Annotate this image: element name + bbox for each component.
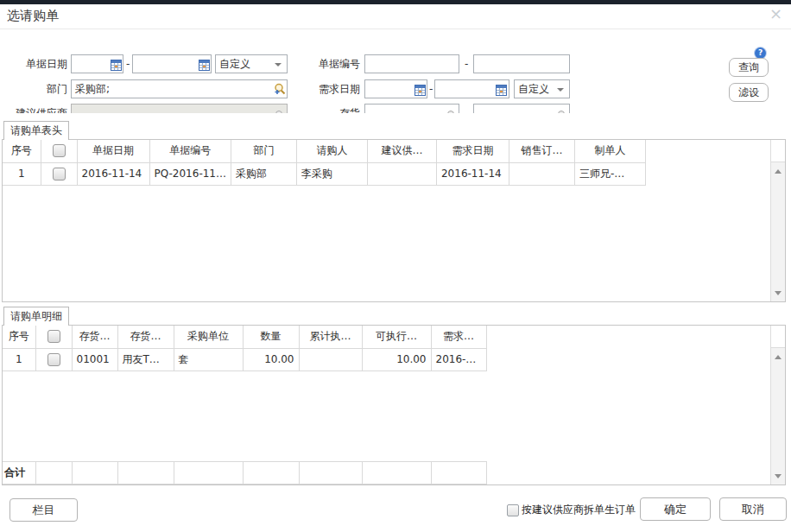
table-row[interactable]: 1 01001 用友T… 套 10.00 10.00 2016-… [3, 348, 486, 370]
ok-button[interactable]: 确定 [640, 497, 711, 521]
cell-select[interactable] [35, 348, 72, 370]
tab-requisition-detail[interactable]: 请购单明细 [3, 307, 69, 326]
total-cell [362, 462, 431, 484]
col-req-date: 需求… [431, 326, 486, 348]
row-checkbox[interactable] [53, 168, 66, 180]
suggested-supplier-input[interactable] [71, 104, 288, 113]
top-dark-strip [0, 0, 791, 4]
dept-label: 部门 [16, 79, 67, 98]
col-executable: 可执行… [362, 326, 431, 348]
total-cell [72, 462, 117, 484]
col-no: 序号 [3, 326, 35, 348]
header-table-scrollbar[interactable] [770, 162, 785, 301]
magnifier-gray-icon[interactable] [275, 107, 285, 113]
select-all-checkbox[interactable] [47, 330, 60, 343]
calendar-icon[interactable] [199, 58, 210, 74]
inventory-to-input[interactable] [473, 104, 570, 113]
scroll-down-arrow[interactable] [771, 288, 785, 298]
cell-no[interactable]: 1 [3, 162, 41, 185]
header-row: 序号 存货… 存货… 采购单位 数量 累计执… 可执行… 需求… [3, 326, 486, 348]
col-suggested-supplier: 建议供… [367, 140, 436, 162]
magnifier-gray-icon[interactable] [446, 107, 457, 113]
calendar-icon[interactable] [414, 83, 426, 99]
requisition-detail-table: 序号 存货… 存货… 采购单位 数量 累计执… 可执行… 需求… 1 01001… [2, 325, 786, 485]
cell-purchase-unit[interactable]: 套 [174, 348, 243, 370]
total-row: 合计 [3, 461, 487, 484]
inventory-label: 存货 [308, 104, 360, 113]
split-by-supplier-label: 按建议供应商拆单生订单 [522, 502, 636, 517]
select-all-checkbox[interactable] [53, 144, 66, 157]
req-date-mode-select[interactable]: 自定义 [514, 79, 570, 98]
col-doc-date: 单据日期 [77, 140, 149, 162]
doc-date-mode-value: 自定义 [219, 58, 250, 70]
calendar-icon[interactable] [496, 83, 507, 99]
doc-no-label: 单据编号 [308, 54, 360, 73]
col-requester: 请购人 [296, 140, 367, 162]
total-cell [431, 462, 486, 484]
dialog-title: 选请购单 [7, 8, 59, 24]
chevron-down-icon[interactable] [275, 63, 282, 66]
cell-inv-name[interactable]: 用友T… [117, 348, 174, 370]
cell-cum-exec[interactable] [299, 348, 362, 370]
scroll-down-arrow[interactable] [771, 471, 785, 481]
calendar-icon[interactable] [111, 58, 122, 74]
cell-inv-code[interactable]: 01001 [72, 348, 117, 370]
cell-executable[interactable]: 10.00 [362, 348, 431, 370]
close-icon[interactable]: × [769, 5, 782, 22]
inventory-from-input[interactable] [364, 104, 459, 113]
col-cum-exec: 累计执… [299, 326, 362, 348]
col-req-date: 需求日期 [436, 140, 509, 162]
cell-doc-date[interactable]: 2016-11-14 [77, 162, 149, 185]
col-dept: 部门 [231, 140, 296, 162]
scroll-up-arrow[interactable] [771, 352, 785, 362]
tab-requisition-header[interactable]: 请购单表头 [3, 121, 69, 140]
select-requisition-dialog: 选请购单 × 单据日期 - 自定义 单据编号 - 部门 采购部; 需求日期 [0, 0, 791, 532]
cell-no[interactable]: 1 [3, 348, 35, 370]
col-select[interactable] [35, 326, 72, 348]
row-checkbox[interactable] [47, 353, 60, 366]
cell-requester[interactable]: 李采购 [296, 162, 367, 185]
dept-input[interactable]: 采购部; [71, 79, 288, 98]
cell-dept[interactable]: 采购部 [231, 162, 296, 185]
filter-settings-button[interactable]: 滤设 [729, 83, 769, 102]
req-date-mode-value: 自定义 [518, 83, 549, 95]
scroll-up-arrow[interactable] [771, 166, 785, 176]
header-row: 序号 单据日期 单据编号 部门 请购人 建议供… 需求日期 销售订… 制单人 [3, 140, 645, 162]
title-separator [0, 28, 791, 29]
col-inv-name: 存货… [117, 326, 174, 348]
cell-select[interactable] [41, 162, 77, 185]
col-doc-no: 单据编号 [149, 140, 231, 162]
doc-date-mode-select[interactable]: 自定义 [215, 54, 288, 73]
range-dash: - [126, 54, 130, 73]
doc-no-from-combo[interactable] [364, 54, 459, 73]
cell-suggested-supplier[interactable] [367, 162, 436, 185]
table-row[interactable]: 1 2016-11-14 PQ-2016-11… 采购部 李采购 2016-11… [3, 162, 645, 185]
cell-req-date[interactable]: 2016-11-14 [436, 162, 509, 185]
col-inv-code: 存货… [72, 326, 117, 348]
total-cell [174, 462, 243, 484]
query-button[interactable]: 查询 [729, 58, 769, 77]
scrollbar-header-spacer [770, 326, 785, 348]
range-dash: - [429, 79, 433, 98]
doc-date-label: 单据日期 [16, 54, 67, 73]
cell-req-date[interactable]: 2016-… [431, 348, 486, 370]
cell-doc-no[interactable]: PQ-2016-11… [149, 162, 231, 185]
cell-qty[interactable]: 10.00 [243, 348, 299, 370]
columns-button[interactable]: 栏目 [9, 498, 78, 522]
cell-creator[interactable]: 三师兄-… [574, 162, 645, 185]
suggested-supplier-label: 建议供应商 [7, 104, 67, 113]
magnifier-gray-icon[interactable] [557, 107, 567, 113]
chevron-down-icon[interactable] [557, 88, 564, 92]
split-by-supplier-checkbox[interactable] [507, 504, 519, 516]
range-dash: - [465, 54, 468, 73]
detail-table-scrollbar[interactable] [770, 348, 785, 484]
col-no: 序号 [3, 140, 41, 162]
cell-sales-order[interactable] [509, 162, 574, 185]
col-purchase-unit: 采购单位 [174, 326, 243, 348]
cancel-button[interactable]: 取消 [719, 497, 787, 521]
col-select[interactable] [41, 140, 77, 162]
magnifier-plus-icon[interactable] [274, 82, 286, 98]
total-cell [117, 462, 174, 484]
scrollbar-header-spacer [770, 140, 785, 162]
doc-no-to-combo[interactable] [473, 54, 570, 73]
